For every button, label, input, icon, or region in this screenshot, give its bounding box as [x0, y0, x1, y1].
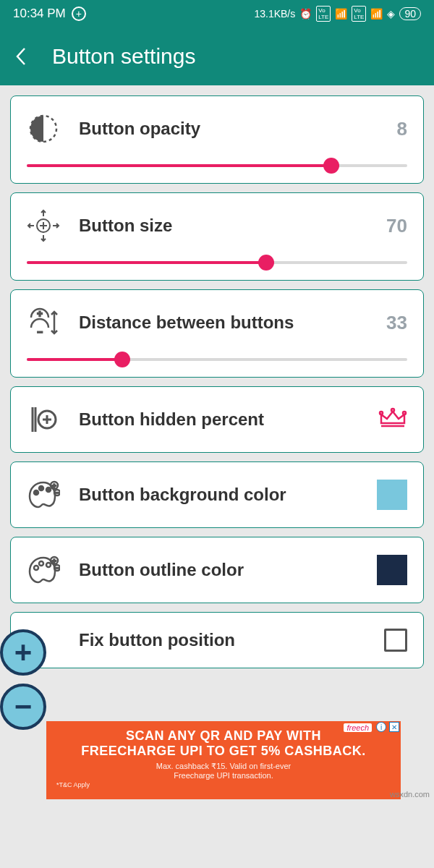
setting-label: Button outline color — [79, 560, 358, 580]
svg-point-29 — [46, 563, 51, 567]
settings-list: Button opacity 8 Button size 70 +− Dista… — [0, 85, 434, 678]
setting-label: Button size — [79, 216, 367, 236]
svg-point-16 — [380, 412, 383, 414]
distance-icon: +− — [27, 306, 60, 339]
ad-terms: *T&C Apply — [56, 781, 391, 788]
battery-indicator: 90 — [399, 7, 421, 20]
plus-circle-icon: + — [72, 7, 86, 21]
page-title: Button settings — [52, 44, 195, 69]
svg-text:+: + — [52, 558, 56, 565]
fab-zoom-in[interactable]: + — [0, 629, 46, 676]
setting-label: Button hidden percent — [79, 409, 359, 430]
ad-headline-2: FREECHARGE UPI TO GET 5% CASHBACK. — [56, 744, 391, 759]
setting-value: 8 — [397, 118, 407, 140]
signal-icon: 📶 — [335, 8, 347, 20]
opacity-slider[interactable] — [27, 164, 407, 167]
wifi-icon: ◈ — [387, 8, 395, 20]
outline-swatch[interactable] — [377, 555, 407, 585]
setting-size[interactable]: Button size 70 — [10, 192, 424, 281]
watermark: wsxdn.com — [390, 790, 430, 799]
app-bar: Button settings — [0, 27, 434, 85]
size-slider[interactable] — [27, 261, 407, 264]
resize-icon — [27, 209, 60, 242]
setting-outline-color[interactable]: +− Button outline color — [10, 537, 424, 603]
volte-icon: VoLTE — [316, 6, 331, 22]
distance-slider[interactable] — [27, 358, 407, 361]
svg-text:+: + — [52, 482, 56, 490]
setting-fix-position[interactable]: Fix button position — [10, 612, 424, 668]
svg-point-21 — [39, 486, 43, 490]
ad-brand: freech — [344, 723, 372, 732]
setting-label: Fix button position — [79, 630, 365, 650]
status-speed: 13.1KB/s — [254, 8, 295, 20]
setting-value: 70 — [386, 215, 407, 237]
svg-point-18 — [403, 412, 406, 414]
ad-sub-2: Freecharge UPI transaction. — [56, 771, 391, 780]
status-bar: 10:34 PM + 13.1KB/s ⏰ VoLTE 📶 VoLTE 📶 ◈ … — [0, 0, 434, 27]
ad-banner[interactable]: freech i ✕ SCAN ANY QR AND PAY WITH FREE… — [46, 721, 401, 799]
setting-value: 33 — [386, 312, 407, 334]
svg-point-27 — [34, 566, 38, 570]
signal-icon-2: 📶 — [370, 8, 383, 20]
ad-info-icon[interactable]: i — [376, 722, 386, 732]
palette-outline-icon: +− — [27, 553, 60, 587]
crown-icon — [378, 407, 407, 432]
svg-text:+: + — [37, 309, 42, 319]
bgcolor-swatch[interactable] — [377, 480, 407, 510]
fab-zoom-out[interactable]: − — [0, 684, 46, 730]
palette-icon: +− — [27, 478, 60, 511]
hidden-icon — [27, 403, 60, 436]
ad-close-icon[interactable]: ✕ — [389, 722, 399, 732]
setting-bgcolor[interactable]: +− Button background color — [10, 461, 424, 528]
svg-text:−: − — [56, 565, 59, 571]
contrast-icon — [27, 112, 60, 145]
setting-label: Distance between buttons — [79, 312, 367, 333]
volte-icon-2: VoLTE — [352, 6, 366, 22]
back-icon[interactable] — [13, 46, 29, 67]
setting-label: Button background color — [79, 485, 358, 505]
ad-headline-1: SCAN ANY QR AND PAY WITH — [56, 728, 391, 744]
setting-label: Button opacity — [79, 119, 378, 139]
alarm-icon: ⏰ — [299, 8, 312, 20]
setting-opacity[interactable]: Button opacity 8 — [10, 95, 424, 184]
svg-point-28 — [39, 561, 43, 566]
ad-sub-1: Max. cashback ₹15. Valid on first-ever — [56, 762, 391, 771]
setting-hidden-percent[interactable]: Button hidden percent — [10, 386, 424, 453]
fixpos-checkbox[interactable] — [384, 629, 407, 652]
svg-point-22 — [46, 488, 51, 492]
svg-point-20 — [34, 490, 38, 495]
status-time: 10:34 PM — [13, 7, 66, 21]
svg-text:−: − — [56, 490, 59, 496]
setting-distance[interactable]: +− Distance between buttons 33 — [10, 289, 424, 378]
svg-text:−: − — [37, 327, 42, 337]
